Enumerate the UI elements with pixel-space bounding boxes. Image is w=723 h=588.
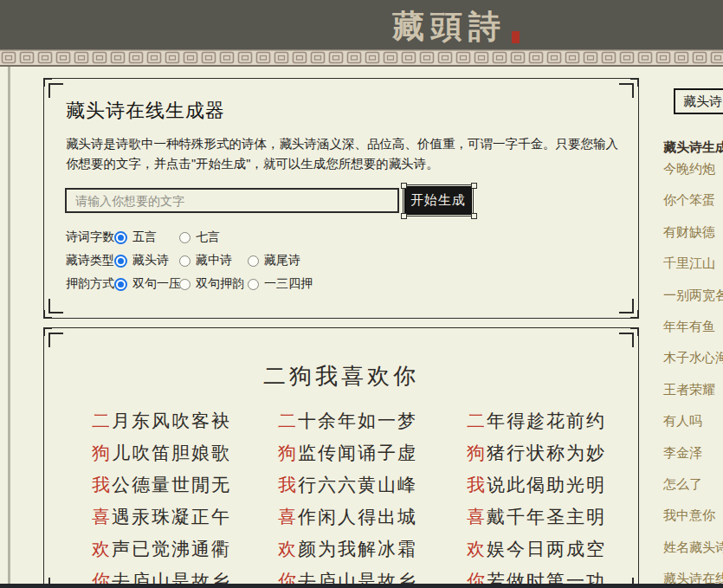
sidebar-history-item[interactable]: 年年有鱼 (663, 319, 723, 350)
poem-acrostic-char: 狗 (467, 443, 487, 463)
radio-choice-0-0[interactable]: 五言 (114, 229, 157, 245)
radio-choice-1-0[interactable]: 藏头诗 (114, 253, 169, 268)
radio-choice-2-2[interactable]: 一三四押 (248, 276, 313, 292)
poem-line-text: 公德量世閒无 (112, 475, 231, 495)
sidebar-nav-button[interactable]: 藏头诗 (674, 88, 723, 114)
poem-line-text: 戴千年圣主明 (487, 507, 606, 527)
radio-choice-label[interactable]: 藏中诗 (196, 253, 232, 268)
poem-column: 二年得趁花前约狗猪行状称为妙我说此偈助光明喜戴千年圣主明欢娱今日两成空你若做时第… (467, 408, 606, 588)
sidebar-history-item[interactable]: 王者荣耀 (663, 382, 723, 413)
poem-line: 喜作闲人得出城 (278, 504, 417, 536)
radio-icon[interactable] (179, 255, 190, 267)
radio-selected-icon[interactable] (114, 278, 127, 291)
poem-text-input[interactable] (65, 188, 399, 213)
sidebar-history-item[interactable]: 一别两宽各 (663, 288, 723, 319)
sidebar-history-item[interactable]: 姓名藏头诗 (663, 540, 723, 571)
sidebar-history-item[interactable]: 木子水心海 (663, 350, 723, 381)
red-seal-icon (512, 31, 520, 43)
poem-acrostic-char: 欢 (278, 539, 298, 559)
sidebar-history-item[interactable]: 李金泽 (663, 445, 723, 476)
poem-line: 欢颜为我解冰霜 (278, 536, 417, 568)
radio-choice-label[interactable]: 藏头诗 (132, 253, 169, 268)
poem-acrostic-char: 喜 (92, 507, 112, 527)
poem-line: 喜遇汞珠凝正午 (92, 504, 231, 536)
poem-line: 喜戴千年圣主明 (467, 504, 606, 536)
radio-choice-label[interactable]: 一三四押 (264, 276, 313, 292)
site-logo: 藏頭詩 (392, 5, 507, 48)
poem-acrostic-char: 欢 (467, 539, 487, 559)
poem-line-text: 月东风吹客袂 (112, 410, 231, 431)
poem-line-text: 娱今日两成空 (487, 539, 606, 559)
option-group-row: 诗词字数：五言七言 (66, 226, 620, 249)
poem-acrostic-char: 我 (278, 475, 298, 495)
generate-button[interactable]: 开始生成 (404, 186, 472, 215)
radio-icon[interactable] (248, 255, 259, 267)
poem-acrostic-char: 我 (467, 475, 487, 495)
sidebar-history-item[interactable]: 我中意你 (663, 507, 723, 539)
poem-line-text: 行六六黄山峰 (298, 475, 417, 495)
poem-line-text: 声已觉沸通衢 (112, 539, 231, 559)
poem-line: 欢娱今日两成空 (467, 536, 606, 568)
poem-line: 我公德量世閒无 (92, 472, 231, 504)
poem-line-text: 儿吹笛胆娘歌 (112, 443, 231, 463)
radio-choice-0-1[interactable]: 七言 (179, 229, 220, 245)
poem-line-text: 说此偈助光明 (487, 475, 606, 495)
frame-corner-icon (616, 78, 639, 100)
poem-line-text: 遇汞珠凝正午 (112, 507, 231, 527)
footer-bar (0, 584, 723, 588)
poem-line-text: 猪行状称为妙 (487, 443, 606, 463)
generator-description: 藏头诗是诗歌中一种特殊形式的诗体，藏头诗涵义深、品位高、价值重，可谓一字千金。只… (66, 134, 624, 174)
poem-line-text: 年得趁花前约 (487, 410, 606, 431)
meander-border-strip (0, 49, 723, 67)
poem-acrostic-char: 狗 (92, 443, 112, 463)
radio-choice-label[interactable]: 藏尾诗 (264, 253, 300, 268)
button-corner-knob-icon (471, 213, 477, 219)
poem-acrostic-char: 欢 (92, 539, 112, 559)
frame-corner-icon (43, 78, 66, 100)
sidebar-history-item[interactable]: 有人吗 (663, 413, 723, 444)
poem-line: 我行六六黄山峰 (278, 472, 417, 504)
frame-corner-icon (43, 296, 66, 319)
sidebar-history-item[interactable]: 你个笨蛋 (663, 192, 723, 223)
radio-icon[interactable] (179, 279, 190, 290)
radio-icon[interactable] (179, 232, 190, 243)
radio-choice-label[interactable]: 五言 (132, 229, 157, 245)
button-corner-knob-icon (401, 183, 407, 189)
poem-line: 狗监传闻诵子虚 (278, 440, 417, 472)
radio-choice-1-1[interactable]: 藏中诗 (179, 253, 232, 268)
sidebar-history-item[interactable]: 有财缺德 (663, 224, 723, 255)
sidebar-history-item[interactable]: 千里江山 (663, 255, 723, 287)
result-box: 二狗我喜欢你 二月东风吹客袂狗儿吹笛胆娘歌我公德量世閒无喜遇汞珠凝正午欢声已觉沸… (43, 327, 639, 588)
page-title: 藏头诗在线生成器 (66, 98, 225, 124)
radio-choice-label[interactable]: 双句一压 (132, 276, 181, 292)
radio-choice-label[interactable]: 七言 (196, 229, 220, 245)
poem-acrostic-char: 喜 (278, 507, 298, 527)
poem-line-text: 监传闻诵子虚 (298, 443, 417, 463)
sidebar-history-item[interactable]: 今晚约炮 (663, 161, 723, 192)
poem-line: 狗儿吹笛胆娘歌 (92, 440, 231, 472)
poem-line: 二十余年如一梦 (278, 408, 417, 440)
poem-line: 狗猪行状称为妙 (467, 440, 606, 472)
poem-line-text: 作闲人得出城 (298, 507, 417, 527)
radio-choice-2-0[interactable]: 双句一压 (114, 276, 181, 292)
option-group-row: 押韵方式：双句一压双句押韵一三四押 (66, 273, 620, 296)
frame-corner-icon (616, 296, 639, 319)
poem-title: 二狗我喜欢你 (44, 361, 638, 391)
radio-selected-icon[interactable] (114, 255, 127, 268)
radio-choice-2-1[interactable]: 双句押韵 (179, 276, 244, 292)
poem-line-text: 十余年如一梦 (298, 410, 417, 431)
radio-icon[interactable] (248, 279, 259, 290)
poem-acrostic-char: 喜 (467, 507, 487, 527)
button-corner-knob-icon (471, 183, 477, 189)
frame-corner-icon (43, 327, 66, 350)
poem-column: 二十余年如一梦狗监传闻诵子虚我行六六黄山峰喜作闲人得出城欢颜为我解冰霜你去庐山是… (278, 408, 417, 588)
poem-acrostic-char: 我 (92, 475, 112, 495)
poem-acrostic-char: 二 (92, 410, 112, 431)
radio-choice-1-2[interactable]: 藏尾诗 (248, 253, 300, 268)
radio-choice-label[interactable]: 双句押韵 (196, 276, 244, 292)
frame-corner-icon (616, 327, 639, 350)
sidebar-history-item[interactable]: 怎么了 (663, 476, 723, 507)
poem-line: 二年得趁花前约 (467, 408, 606, 440)
option-group-row: 藏诗类型：藏头诗藏中诗藏尾诗 (66, 249, 620, 273)
radio-selected-icon[interactable] (114, 231, 127, 244)
